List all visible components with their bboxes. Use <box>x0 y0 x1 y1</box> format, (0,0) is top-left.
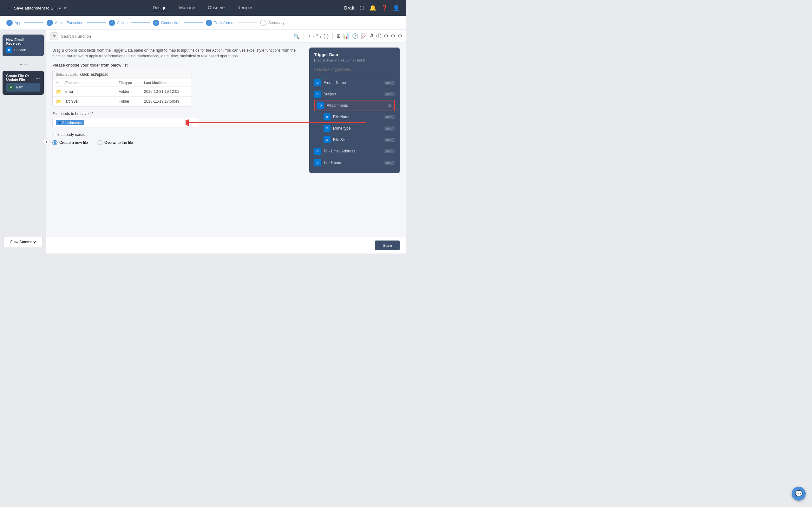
text-icon[interactable]: A <box>370 33 374 40</box>
radio-group: Create a new file Overwrite the file <box>52 140 305 145</box>
edit-title-icon[interactable]: ✏ <box>64 6 67 10</box>
trigger-item-subject-label: Subject <box>323 92 382 96</box>
trigger-item-to-email-label: To - Email Address <box>323 149 382 153</box>
selected-path-value: /JackTest/upload <box>80 72 108 77</box>
trigger-item-to-name[interactable]: O To - Name (abc) <box>314 157 395 168</box>
step-action-execution[interactable]: ✓ Action Execution <box>47 20 83 26</box>
radio-overwrite-label: Overwrite the file <box>104 140 133 145</box>
back-button[interactable]: ← Save attachment to SFTP ✏ <box>6 5 67 11</box>
formula-divider <box>304 33 304 39</box>
trigger-item-from-name[interactable]: O From - Name (abc) <box>314 77 395 89</box>
radio-overwrite[interactable]: Overwrite the file <box>97 140 133 145</box>
trigger-item-attachments-icon: O <box>317 102 324 109</box>
radio-create-new[interactable]: Create a new file <box>52 140 88 145</box>
col-dots: ··· <box>56 81 65 84</box>
outlook-icon: O <box>6 47 12 53</box>
settings3-icon[interactable]: ⚙ <box>398 33 402 40</box>
formula-bar: fx 🔍 + - * / ( ) ⊞ 📊 🕐 📈 A ⓘ ⚙ ⚙ <box>46 30 406 43</box>
folder-section-header: Please choose your folder from below lis… <box>52 63 305 67</box>
trigger-item-mimetype-icon: O <box>323 125 331 132</box>
step-connector-4 <box>184 22 203 23</box>
info-icon[interactable]: ⓘ <box>376 33 381 40</box>
step-connector-3 <box>131 22 150 23</box>
formula-input[interactable] <box>61 34 291 39</box>
formula-search-icon[interactable]: 🔍 <box>293 33 300 39</box>
grid-icon[interactable]: ⊞ <box>337 33 341 40</box>
folder-row-archive[interactable]: 📁 archive Folder 2018-11-19 17:50:49 <box>53 97 192 106</box>
fx-badge: fx <box>50 32 58 40</box>
trigger-node[interactable]: New Email Received O Outlook <box>3 35 44 56</box>
tab-observe[interactable]: Observe <box>206 3 226 12</box>
step-action[interactable]: ✓ Action <box>109 20 128 26</box>
step-connection-label: Connection <box>161 20 181 25</box>
save-button[interactable]: Save <box>375 240 400 250</box>
trigger-item-filename[interactable]: O File Name (abc) <box>314 111 395 123</box>
op-plus[interactable]: + <box>308 33 310 39</box>
line-chart-icon[interactable]: 📈 <box>361 33 367 40</box>
trigger-item-from-name-type: (abc) <box>385 81 395 85</box>
trigger-node-title: New Email Received <box>6 38 40 45</box>
op-minus[interactable]: - <box>313 33 314 39</box>
external-link-icon[interactable]: ⬡ <box>359 4 364 11</box>
step-connection-circle: ✓ <box>153 20 159 26</box>
action-node-app: M MFT <box>6 83 40 92</box>
trigger-item-attachments[interactable]: O Attachments 🗋 <box>314 100 395 111</box>
flow-summary-button[interactable]: Flow Summary <box>3 237 43 247</box>
file-field-section: File needs to be saved * Attachments <box>52 112 305 127</box>
step-summary[interactable]: Summary <box>260 20 285 26</box>
trigger-node-app: O Outlook <box>6 47 40 53</box>
trigger-panel-subtitle: Drag & drop or click to map fields <box>314 58 395 62</box>
folder-name-error: error <box>65 89 119 94</box>
clock-icon[interactable]: 🕐 <box>352 33 358 40</box>
step-transformer[interactable]: ✓ Transformer <box>206 20 235 26</box>
trigger-item-to-name-icon: O <box>314 159 321 166</box>
help-icon[interactable]: ❓ <box>381 4 388 11</box>
tab-design[interactable]: Design <box>151 3 168 12</box>
content-area: Drag & drop or click fields from the Tri… <box>46 43 406 237</box>
nav-tabs: Design Manage Observe Recipes <box>151 3 255 12</box>
action-node[interactable]: Create File Or Update File ⋯ M MFT <box>3 71 44 95</box>
back-arrow-icon: ← <box>6 5 11 11</box>
step-nav: ✓ App ✓ Action Execution ✓ Action ✓ Conn… <box>0 16 406 30</box>
trigger-item-filesize-label: File Size <box>333 137 382 142</box>
chart-icon[interactable]: 📊 <box>343 33 350 40</box>
op-divide[interactable]: / <box>320 33 321 39</box>
trigger-item-filesize-type: (abc) <box>385 138 395 142</box>
op-multiply[interactable]: * <box>316 33 318 39</box>
file-field-input[interactable]: Attachments <box>52 118 198 127</box>
col-filetype: Filetype <box>119 81 144 84</box>
step-connection[interactable]: ✓ Connection <box>153 20 181 26</box>
trigger-item-subject-type: (abc) <box>385 92 395 96</box>
folder-type-archive: Folder <box>119 99 144 104</box>
trigger-item-mimetype[interactable]: O Mime type (abc) <box>314 123 395 134</box>
folder-modified-error: 2019-10-31 19:12:02 <box>144 89 189 94</box>
sidebar-collapse-button[interactable]: ‹ <box>43 138 50 145</box>
trigger-search-input[interactable] <box>314 66 395 73</box>
op-close-paren[interactable]: ) <box>327 33 328 39</box>
action-node-menu-icon[interactable]: ⋯ <box>36 76 40 81</box>
step-action-label: Action <box>117 20 128 25</box>
trigger-item-from-name-icon: O <box>314 79 321 86</box>
step-summary-label: Summary <box>268 20 285 25</box>
step-connector-1 <box>24 22 44 23</box>
folder-section: Please choose your folder from below lis… <box>52 63 305 107</box>
folder-row-error[interactable]: 📁 error Folder 2019-10-31 19:12:02 <box>53 87 192 97</box>
tag-label: Attachments <box>62 121 82 124</box>
trigger-item-subject[interactable]: O Subject (abc) <box>314 89 395 100</box>
settings-icon[interactable]: ⚙ <box>384 33 388 40</box>
tab-manage[interactable]: Manage <box>177 3 197 12</box>
content-main: Drag & drop or click fields from the Tri… <box>52 48 305 232</box>
trigger-item-to-email[interactable]: O To - Email Address (abc) <box>314 146 395 157</box>
main-content: fx 🔍 + - * / ( ) ⊞ 📊 🕐 📈 A ⓘ ⚙ ⚙ <box>46 30 406 253</box>
op-open-paren[interactable]: ( <box>323 33 325 39</box>
mft-icon: M <box>8 84 14 90</box>
trigger-item-filesize[interactable]: O File Size (abc) <box>314 134 395 146</box>
step-app[interactable]: ✓ App <box>6 20 21 26</box>
tab-recipes[interactable]: Recipes <box>236 3 255 12</box>
settings2-icon[interactable]: ⚙ <box>391 33 395 40</box>
folder-type-error: Folder <box>119 89 144 94</box>
user-icon[interactable]: 👤 <box>393 4 400 11</box>
notifications-icon[interactable]: 🔔 <box>369 4 376 11</box>
trigger-item-to-email-type: (abc) <box>385 149 395 153</box>
folder-icon-archive: 📁 <box>56 99 65 104</box>
